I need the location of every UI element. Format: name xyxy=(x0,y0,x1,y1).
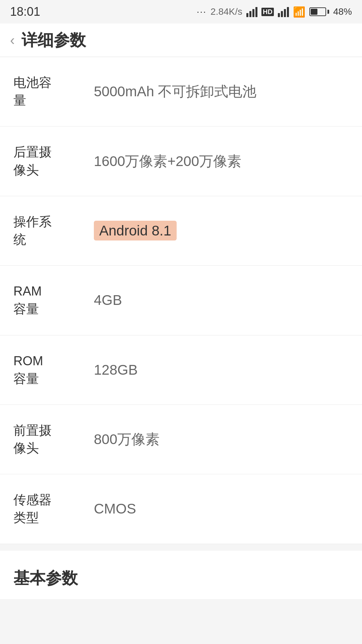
section-divider xyxy=(0,544,362,551)
spec-value-rear-camera: 1600万像素+200万像素 xyxy=(80,152,349,171)
spec-row-battery: 电池容量 5000mAh 不可拆卸式电池 xyxy=(0,57,362,126)
signal-bars-icon xyxy=(246,6,257,17)
nav-bar: ‹ 详细参数 xyxy=(0,23,362,57)
spec-label-battery: 电池容量 xyxy=(13,74,80,109)
spec-label-os: 操作系统 xyxy=(13,213,80,249)
back-icon[interactable]: ‹ xyxy=(10,32,15,48)
spec-value-battery: 5000mAh 不可拆卸式电池 xyxy=(80,82,349,101)
spec-row-rom: ROM容量 128GB xyxy=(0,335,362,405)
signal-bars-2-icon xyxy=(278,6,289,17)
status-right: ··· 2.84K/s HD 📶 48% xyxy=(197,6,352,18)
section-title-basic: 基本参数 xyxy=(13,569,78,587)
spec-value-rom: 128GB xyxy=(80,362,349,378)
spec-row-os: 操作系统 Android 8.1 xyxy=(0,196,362,266)
dots-icon: ··· xyxy=(197,6,206,17)
spec-label-ram: RAM容量 xyxy=(13,282,80,318)
spec-value-front-camera: 800万像素 xyxy=(80,430,349,449)
spec-row-rear-camera: 后置摄像头 1600万像素+200万像素 xyxy=(0,126,362,196)
spec-value-sensor: CMOS xyxy=(80,501,349,517)
section-header-basic: 基本参数 xyxy=(0,551,362,599)
spec-value-ram: 4GB xyxy=(80,292,349,308)
spec-label-sensor: 传感器类型 xyxy=(13,491,80,527)
status-time: 18:01 xyxy=(10,5,40,19)
spec-row-sensor: 传感器类型 CMOS xyxy=(0,474,362,544)
spec-row-front-camera: 前置摄像头 800万像素 xyxy=(0,405,362,474)
status-bar: 18:01 ··· 2.84K/s HD 📶 48% xyxy=(0,0,362,23)
page-title: 详细参数 xyxy=(21,30,86,51)
network-speed: 2.84K/s xyxy=(210,6,242,17)
spec-row-ram: RAM容量 4GB xyxy=(0,266,362,335)
spec-list: 电池容量 5000mAh 不可拆卸式电池 后置摄像头 1600万像素+200万像… xyxy=(0,57,362,544)
spec-label-front-camera: 前置摄像头 xyxy=(13,422,80,457)
hd-badge: HD xyxy=(261,8,274,16)
os-highlight-tag: Android 8.1 xyxy=(94,221,177,240)
wifi-icon: 📶 xyxy=(293,6,305,18)
battery-percentage: 48% xyxy=(333,6,352,17)
spec-label-rear-camera: 后置摄像头 xyxy=(13,143,80,179)
spec-label-rom: ROM容量 xyxy=(13,352,80,388)
spec-value-os: Android 8.1 xyxy=(80,223,349,239)
battery-icon xyxy=(309,7,329,16)
